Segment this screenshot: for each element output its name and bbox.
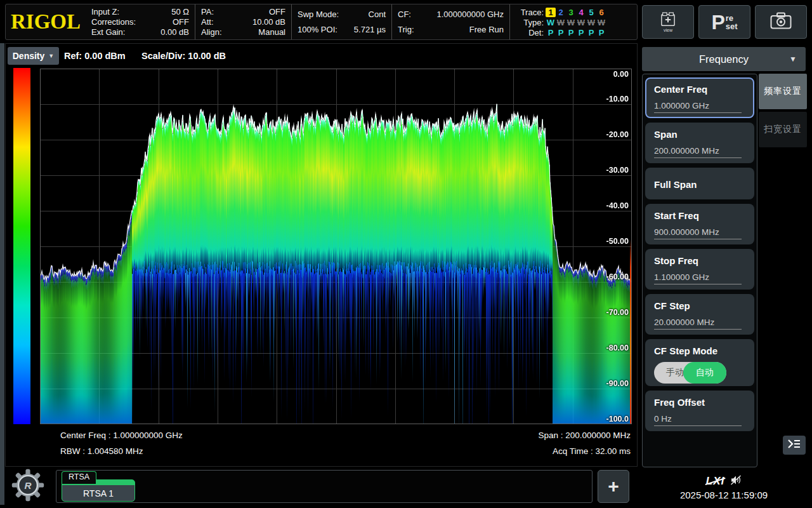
- trace-detector: P: [556, 28, 566, 37]
- svg-text:R: R: [24, 480, 31, 491]
- trig-value: Free Run: [469, 22, 504, 37]
- chevron-down-icon: ▼: [789, 55, 797, 64]
- camera-icon: [770, 12, 792, 32]
- extgain-value: 0.00 dB: [160, 27, 189, 37]
- extgain-label: Ext Gain:: [91, 27, 125, 37]
- multi-view-label: view: [664, 28, 672, 32]
- trace-number: 2: [556, 8, 566, 17]
- menu-expand-icon: [787, 439, 801, 451]
- menu-item-full-span[interactable]: Full Span: [645, 168, 754, 199]
- trace-detector: P: [586, 28, 596, 37]
- mode-tab-strip: RTSA RTSA 1: [56, 470, 593, 503]
- trace-mode-value: Density: [13, 51, 45, 61]
- system-datetime: 2025-08-12 11:59:09: [680, 490, 768, 500]
- status-header: RIGOL Input Z:50 Ω Corrections:OFF Ext G…: [5, 4, 638, 40]
- system-gear-button[interactable]: R: [8, 469, 48, 504]
- multi-view-icon: [659, 12, 677, 27]
- footer-status: LXI 2025-08-12 11:59:09: [641, 470, 807, 505]
- att-value: 10.00 dB: [252, 17, 285, 27]
- gear-icon: R: [10, 468, 46, 505]
- trace-type: W: [596, 18, 606, 27]
- pa-label: PA:: [201, 7, 214, 17]
- trace-type: W: [556, 18, 566, 27]
- menu-item-center-freq[interactable]: Center Freq 1.000000 GHz: [645, 77, 754, 118]
- speaker-muted-icon: [730, 475, 742, 488]
- poi-label: 100% POI:: [298, 22, 337, 37]
- header-group-sweep: Swp Mode:Cont 100% POI:5.721 µs: [291, 4, 391, 39]
- trace-number: 1: [546, 8, 556, 17]
- menu-item-stop-freq[interactable]: Stop Freq 1.100000 GHz: [645, 249, 754, 290]
- tab-rtsa-group[interactable]: RTSA RTSA 1: [62, 471, 135, 502]
- rigol-rtsa-screen: RIGOL Input Z:50 Ω Corrections:OFF Ext G…: [0, 0, 812, 508]
- header-group-pa: PA:OFF Att:10.00 dB Align:Manual: [195, 4, 291, 39]
- header-group-cf: CF:1.000000000 GHz Trig:Free Run: [391, 4, 509, 39]
- status-center-freq: Center Freq : 1.000000000 GHz: [60, 431, 183, 440]
- lxi-indicator: LXI: [706, 475, 724, 488]
- header-group-input: Input Z:50 Ω Corrections:OFF Ext Gain:0.…: [86, 4, 195, 39]
- taskbar: R RTSA RTSA 1 +: [5, 468, 638, 505]
- toggle-auto-option[interactable]: 自动: [683, 362, 726, 384]
- cf-label: CF:: [398, 7, 411, 22]
- menu-item-cf-step[interactable]: CF Step 20.000000 MHz: [645, 294, 754, 335]
- inputz-value: 50 Ω: [171, 7, 189, 17]
- trace-status-matrix: Trace: 1 2 3 4 5 6 Type: W W W W W W Det…: [509, 4, 603, 39]
- rigol-logo: RIGOL: [6, 4, 86, 39]
- panel-title-label: Frequency: [699, 53, 749, 65]
- swpmode-value: Cont: [369, 7, 386, 22]
- pa-value: OFF: [269, 7, 285, 17]
- spectrum-plot[interactable]: [40, 69, 632, 424]
- trace-number: 5: [586, 8, 596, 17]
- tab-frequency-settings[interactable]: 频率设置: [759, 74, 807, 109]
- menu-item-freq-offset[interactable]: Freq Offset 0 Hz: [645, 391, 754, 431]
- status-acq-time: Acq Time : 32.00 ms: [553, 446, 631, 456]
- tab-sweep-settings[interactable]: 扫宽设置: [759, 112, 807, 147]
- swpmode-label: Swp Mode:: [298, 7, 339, 22]
- multi-view-button[interactable]: view: [642, 5, 694, 39]
- status-span: Span : 200.000000 MHz: [538, 431, 631, 440]
- panel-title-dropdown[interactable]: Frequency ▼: [642, 47, 806, 71]
- trace-detector: P: [596, 28, 606, 37]
- cf-value: 1.000000000 GHz: [436, 7, 504, 22]
- att-label: Att:: [201, 17, 214, 27]
- frequency-panel: Frequency ▼ Center Freq 1.000000 GHz Spa…: [641, 43, 807, 470]
- trace-mode-dropdown[interactable]: Density ▼: [8, 47, 59, 65]
- cf-step-mode-toggle[interactable]: 手动 自动: [654, 362, 726, 384]
- header-buttons: view P reset: [642, 5, 807, 39]
- trace-number: 4: [576, 8, 586, 17]
- poi-value: 5.721 µs: [354, 22, 386, 37]
- add-mode-button[interactable]: +: [598, 470, 629, 503]
- preset-icon: P reset: [711, 13, 737, 32]
- chevron-down-icon: ▼: [48, 53, 54, 59]
- panel-side-tabs: 频率设置 扫宽设置: [759, 74, 807, 147]
- left-bezel: [0, 43, 4, 505]
- trace-number: 6: [596, 8, 606, 17]
- trace-type: W: [586, 18, 596, 27]
- scale-per-div-readout[interactable]: Scale/Div: 10.00 dB: [141, 51, 226, 61]
- preset-button[interactable]: P reset: [698, 5, 750, 39]
- corrections-value: OFF: [173, 17, 189, 27]
- menu-item-span[interactable]: Span 200.000000 MHz: [645, 123, 754, 163]
- trace-detector: P: [576, 28, 586, 37]
- inputz-label: Input Z:: [91, 7, 119, 17]
- type-row-label: Type:: [516, 18, 544, 27]
- det-row-label: Det:: [516, 28, 544, 37]
- rtsa-group-label: RTSA: [62, 471, 96, 484]
- spectrum-display: Density ▼ Ref: 0.00 dBm Scale/Div: 10.00…: [5, 43, 638, 467]
- trace-detector: P: [566, 28, 576, 37]
- trace-type: W: [546, 18, 556, 27]
- menu-expand-button[interactable]: [783, 436, 806, 455]
- trace-type: W: [566, 18, 576, 27]
- trace-row-label: Trace:: [516, 8, 544, 17]
- menu-box: Center Freq 1.000000 GHz Span 200.000000…: [642, 74, 757, 467]
- menu-item-cf-step-mode[interactable]: CF Step Mode 手动 自动: [645, 339, 754, 386]
- trace-type: W: [576, 18, 586, 27]
- status-rbw: RBW : 1.004580 MHz: [60, 446, 143, 456]
- align-label: Align:: [201, 27, 222, 37]
- trace-detector: P: [546, 28, 556, 37]
- align-value: Manual: [258, 27, 285, 37]
- screenshot-button[interactable]: [755, 5, 807, 39]
- ref-level-readout[interactable]: Ref: 0.00 dBm: [64, 51, 126, 61]
- trig-label: Trig:: [398, 22, 414, 37]
- corrections-label: Corrections:: [91, 17, 136, 27]
- menu-item-start-freq[interactable]: Start Freq 900.000000 MHz: [645, 204, 754, 244]
